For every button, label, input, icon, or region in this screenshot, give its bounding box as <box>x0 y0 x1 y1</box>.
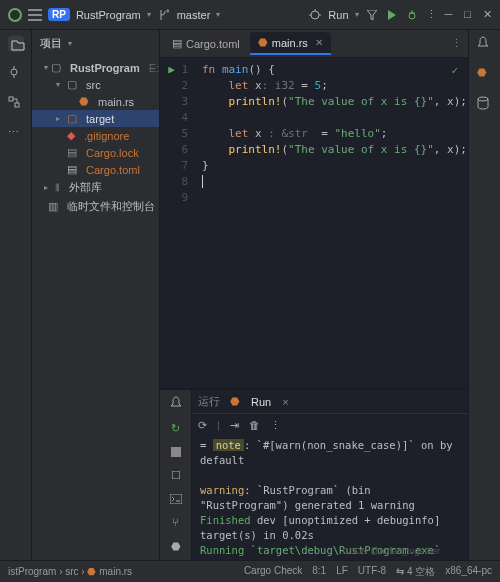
bug-icon[interactable] <box>308 8 322 22</box>
debug-icon[interactable] <box>405 8 419 22</box>
gutter-run-icon[interactable]: ▶ <box>168 63 175 76</box>
filter-icon[interactable] <box>365 8 379 22</box>
rerun-button[interactable]: ⟳ <box>198 419 207 432</box>
tab-main-rs[interactable]: ⬣main.rs✕ <box>250 32 331 55</box>
svg-rect-4 <box>9 97 13 101</box>
project-tool-icon[interactable] <box>8 36 24 52</box>
panel-tab-run-label[interactable]: 运行 <box>198 394 220 409</box>
status-arch[interactable]: x86_64-pc <box>445 565 492 579</box>
svg-point-2 <box>409 13 415 19</box>
svg-point-1 <box>311 11 319 19</box>
menu-icon[interactable] <box>28 8 42 22</box>
svg-point-0 <box>9 9 21 21</box>
structure-tool-icon[interactable] <box>8 96 24 112</box>
problems-icon[interactable]: ☐ <box>171 469 181 482</box>
notifications-icon[interactable] <box>170 396 182 410</box>
branch-name[interactable]: master <box>177 9 211 21</box>
inspection-ok-icon[interactable]: ✓ <box>451 64 458 77</box>
maximize-icon[interactable]: □ <box>464 8 471 21</box>
tree-target[interactable]: ▸▢ target <box>32 110 159 127</box>
svg-rect-6 <box>171 447 181 457</box>
minimize-icon[interactable]: ─ <box>445 8 453 21</box>
scroll-end-icon[interactable]: ⇥ <box>230 419 239 432</box>
panel-tab-run[interactable]: ⬣ Run × <box>230 395 289 408</box>
tab-cargo-toml[interactable]: ▤Cargo.toml <box>164 33 248 54</box>
status-pos[interactable]: 8:1 <box>312 565 326 579</box>
git-icon[interactable]: ⑂ <box>172 516 179 528</box>
code-editor[interactable]: fn main() { let x: i32 = 5; println!("Th… <box>194 58 468 388</box>
rerun-icon[interactable]: ↻ <box>171 422 180 435</box>
tree-external[interactable]: ▸⫴ 外部库 <box>32 178 159 197</box>
ide-logo-icon <box>8 8 22 22</box>
gutter: ▶ 1 234 567 89 <box>160 58 194 388</box>
chevron-down-icon[interactable]: ▾ <box>68 39 72 48</box>
stop-icon[interactable] <box>171 447 181 457</box>
tab-more-icon[interactable]: ⋮ <box>451 37 468 50</box>
svg-point-8 <box>478 97 488 101</box>
svg-rect-5 <box>15 103 19 107</box>
cargo-panel-icon[interactable]: ⬣ <box>477 66 493 82</box>
sidebar-title: 项目 <box>40 36 62 51</box>
status-check[interactable]: Cargo Check <box>244 565 302 579</box>
run-icon[interactable] <box>385 8 399 22</box>
project-badge: RP <box>48 8 70 21</box>
run-config[interactable]: Run <box>328 9 348 21</box>
branch-icon <box>157 8 171 22</box>
more-icon[interactable]: ⋮ <box>425 8 439 22</box>
tree-main-rs[interactable]: ⬣ main.rs <box>32 93 159 110</box>
tree-cargo-toml[interactable]: ▤ Cargo.toml <box>32 161 159 178</box>
status-path[interactable]: istProgram › src › ⬣ main.rs <box>8 566 132 577</box>
database-icon[interactable] <box>477 96 493 112</box>
watermark: CSDN @nofan_together <box>342 546 440 556</box>
more-tools-icon[interactable]: ⋯ <box>8 126 24 142</box>
cargo-icon[interactable]: ⬣ <box>171 540 181 553</box>
more-icon[interactable]: ⋮ <box>270 419 281 432</box>
close-tab-icon[interactable]: ✕ <box>315 37 323 48</box>
close-icon[interactable]: ✕ <box>483 8 492 21</box>
chevron-down-icon[interactable]: ▾ <box>355 10 359 19</box>
status-enc[interactable]: UTF-8 <box>358 565 386 579</box>
tree-root[interactable]: ▾▢ RustProgram E:\p <box>32 59 159 76</box>
tree-scratches[interactable]: ▥ 临时文件和控制台 <box>32 197 159 216</box>
commit-tool-icon[interactable] <box>8 66 24 82</box>
console-output[interactable]: = note: `#[warn(non_snake_case)]` on by … <box>192 436 468 560</box>
chevron-down-icon[interactable]: ▾ <box>147 10 151 19</box>
project-name[interactable]: RustProgram <box>76 9 141 21</box>
tree-cargo-lock[interactable]: ▤ Cargo.lock <box>32 144 159 161</box>
tree-src[interactable]: ▾▢ src <box>32 76 159 93</box>
svg-point-3 <box>11 69 17 75</box>
svg-rect-7 <box>170 494 182 504</box>
chevron-down-icon[interactable]: ▾ <box>216 10 220 19</box>
notifications-icon[interactable] <box>477 36 493 52</box>
trash-icon[interactable]: 🗑 <box>249 419 260 431</box>
terminal-icon[interactable] <box>170 494 182 504</box>
status-lf[interactable]: LF <box>336 565 348 579</box>
status-indent[interactable]: ⇆ 4 空格 <box>396 565 435 579</box>
tree-gitignore[interactable]: ◆ .gitignore <box>32 127 159 144</box>
